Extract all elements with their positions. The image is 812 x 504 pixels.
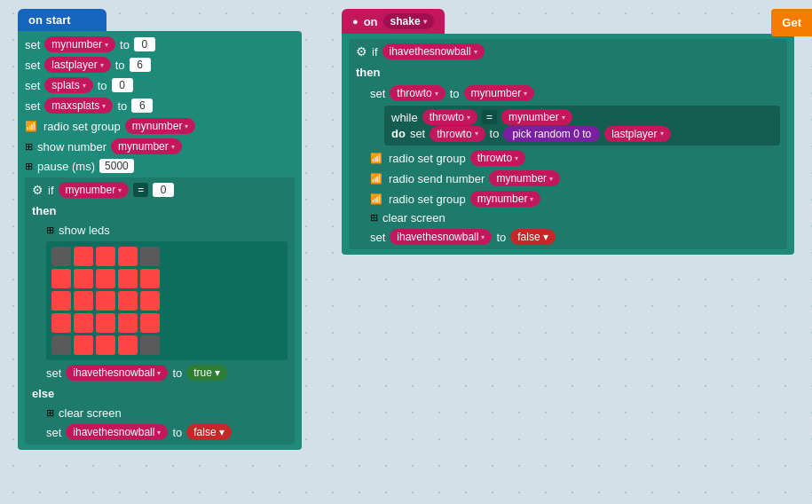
lastplayer-pill-2[interactable]: lastplayer▾ <box>604 126 670 142</box>
led-3-1 <box>74 313 93 333</box>
led-2-0 <box>51 291 71 311</box>
false-pill-1[interactable]: false▾ <box>186 424 231 440</box>
mynumber-pill-4[interactable]: mynumber▾ <box>59 182 130 198</box>
val-0b[interactable]: 0 <box>112 78 133 92</box>
set-throwto-row: set throwto▾ to mynumber▾ <box>370 85 780 101</box>
ihave-pill-2[interactable]: ihavethesnowball▾ <box>66 424 168 440</box>
val-6b[interactable]: 6 <box>131 98 153 113</box>
if-block-2: ⚙ if ihavethesnowball▾ then set throwto▾… <box>349 39 787 249</box>
set-label-1: set <box>25 38 40 51</box>
led-grid[interactable] <box>46 241 288 360</box>
led-0-0 <box>51 247 71 266</box>
then-row-2: then <box>356 64 780 81</box>
screen-icon-5: ⊞ <box>370 212 378 224</box>
screen-icon-4: ⊞ <box>46 407 54 419</box>
gear-icon-1[interactable]: ⚙ <box>32 183 43 197</box>
mynumber-pill-1[interactable]: mynumber▾ <box>44 36 115 52</box>
then-body-1: ⊞ show leds <box>46 224 288 381</box>
show-leds-row: ⊞ show leds <box>46 224 288 237</box>
true-pill[interactable]: true▾ <box>186 365 227 381</box>
pick-random-pill[interactable]: pick random 0 to <box>503 126 600 142</box>
signal-icon-3: 📶 <box>370 173 382 185</box>
clear-screen-row-1: ⊞ clear screen <box>46 406 288 420</box>
led-2-4 <box>140 291 160 311</box>
led-0-2 <box>96 247 115 266</box>
led-1-2 <box>96 269 115 288</box>
if-row-2: ⚙ if ihavethesnowball▾ <box>356 43 780 59</box>
gear-icon-2[interactable]: ⚙ <box>356 44 367 59</box>
signal-icon-4: 📶 <box>370 193 382 205</box>
splats-pill[interactable]: splats▾ <box>44 77 92 93</box>
on-shake-block: ● on shake▾ ⚙ if ihavethesnowball▾ then <box>342 9 794 255</box>
show-number-row: ⊞ show number mynumber▾ <box>25 138 295 154</box>
throwto-pill-2[interactable]: throwto▾ <box>422 109 477 125</box>
lastplayer-pill-1[interactable]: lastplayer▾ <box>44 57 110 73</box>
mynumber-pill-3[interactable]: mynumber▾ <box>111 138 182 154</box>
on-start-block: on start set mynumber▾ to 0 set lastplay… <box>18 9 302 450</box>
throwto-pill-3[interactable]: throwto▾ <box>430 126 485 142</box>
led-1-3 <box>118 269 138 288</box>
signal-icon-1: 📶 <box>25 121 37 132</box>
val-6a[interactable]: 6 <box>130 58 151 72</box>
mynumber-pill-2[interactable]: mynumber▾ <box>125 118 196 134</box>
led-3-2 <box>96 313 115 333</box>
val-5000[interactable]: 5000 <box>99 159 134 173</box>
led-1-4 <box>140 269 160 288</box>
false-pill-2[interactable]: false▾ <box>510 229 555 245</box>
throwto-pill-4[interactable]: throwto▾ <box>470 150 525 166</box>
led-1-0 <box>51 269 71 288</box>
then-body-2: set throwto▾ to mynumber▾ while throwto▾ <box>370 85 780 245</box>
led-4-0 <box>51 335 71 355</box>
set-maxsplats-row: set maxsplats▾ to 6 <box>25 98 295 114</box>
eq-box-2[interactable]: = <box>482 110 497 124</box>
val-0[interactable]: 0 <box>134 37 155 51</box>
on-start-label: on start <box>28 13 71 27</box>
val-0c[interactable]: 0 <box>153 183 174 197</box>
screen-icon-1: ⊞ <box>25 141 33 153</box>
mynumber-pill-8[interactable]: mynumber▾ <box>470 191 541 207</box>
led-3-3 <box>118 313 138 333</box>
radio-set-group-row-3: 📶 radio set group mynumber▾ <box>370 191 780 207</box>
led-2-3 <box>118 291 138 311</box>
screen-icon-3: ⊞ <box>46 224 54 236</box>
on-start-header[interactable]: on start <box>18 9 106 31</box>
if-row: ⚙ if mynumber▾ = 0 <box>32 182 288 198</box>
throwto-pill-1[interactable]: throwto▾ <box>390 85 445 101</box>
while-row: while throwto▾ = mynumber▾ <box>391 109 773 125</box>
circle-icon: ● <box>352 16 359 27</box>
led-0-3 <box>118 247 138 266</box>
on-shake-body: ⚙ if ihavethesnowball▾ then set throwto▾… <box>342 34 794 255</box>
shake-pill[interactable]: shake▾ <box>383 13 434 29</box>
led-4-1 <box>74 335 93 355</box>
radio-set-group-row-1: 📶 radio set group mynumber▾ <box>25 118 295 134</box>
set-lastplayer-row: set lastplayer▾ to 6 <box>25 57 295 73</box>
ihave-pill-3[interactable]: ihavethesnowball▾ <box>382 43 485 59</box>
set-splats-row: set splats▾ to 0 <box>25 77 295 93</box>
set-ihave-true-row: set ihavethesnowball▾ to true▾ <box>46 365 288 381</box>
led-3-0 <box>51 313 71 333</box>
ihave-pill-1[interactable]: ihavethesnowball▾ <box>66 365 168 381</box>
signal-icon-2: 📶 <box>370 153 382 164</box>
mynumber-pill-5[interactable]: mynumber▾ <box>464 85 535 101</box>
get-button[interactable]: Get <box>771 9 812 36</box>
on-label: on <box>364 15 378 28</box>
led-1-1 <box>74 269 93 288</box>
do-row: do set throwto▾ to pick random 0 to last… <box>391 125 773 142</box>
mynumber-pill-7[interactable]: mynumber▾ <box>489 170 560 186</box>
ihave-pill-4[interactable]: ihavethesnowball▾ <box>390 229 492 245</box>
clear-screen-row-2: ⊞ clear screen <box>370 211 780 224</box>
mynumber-pill-6[interactable]: mynumber▾ <box>501 109 572 125</box>
eq-box-1[interactable]: = <box>133 183 148 197</box>
on-shake-header[interactable]: ● on shake▾ <box>342 9 445 34</box>
led-4-3 <box>118 335 138 355</box>
then-row-1: then <box>32 202 288 219</box>
maxsplats-pill[interactable]: maxsplats▾ <box>44 98 113 114</box>
led-0-1 <box>74 247 93 266</box>
led-2-2 <box>96 291 115 311</box>
radio-set-group-row-2: 📶 radio set group throwto▾ <box>370 150 780 166</box>
pause-row: ⊞ pause (ms) 5000 <box>25 159 295 173</box>
on-start-body: set mynumber▾ to 0 set lastplayer▾ to 6 … <box>18 31 302 450</box>
led-0-4 <box>140 247 160 266</box>
led-3-4 <box>140 313 160 333</box>
set-ihave-false-row-1: set ihavethesnowball▾ to false▾ <box>46 424 288 440</box>
